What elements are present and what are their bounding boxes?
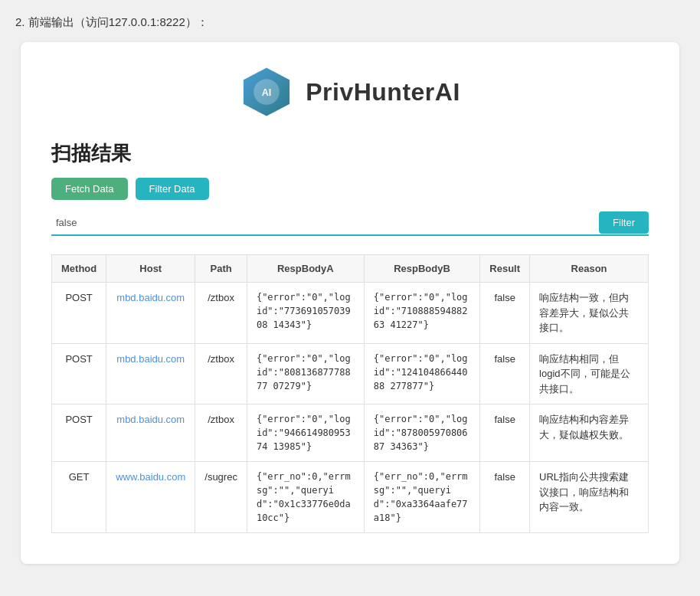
cell-result: false [480,283,530,344]
cell-result: false [480,404,530,462]
section-title: 扫描结果 [51,140,649,167]
col-method: Method [52,255,106,283]
main-card: AI PrivHunterAI 扫描结果 Fetch Data Filter D… [21,42,679,564]
col-respbodya: RespBodyA [247,255,364,283]
table-row: POST mbd.baidu.com /ztbox {"error":"0","… [52,283,649,344]
host-link: www.baidu.com [116,471,185,483]
cell-respbodyb: {"err_no":0,"errmsg":"","queryid":"0xa33… [364,462,480,533]
logo-area: AI PrivHunterAI [51,65,649,119]
filter-input[interactable] [51,211,599,234]
filter-data-button[interactable]: Filter Data [136,178,209,200]
host-link: mbd.baidu.com [116,414,185,425]
cell-result: false [480,462,530,533]
table-row: POST mbd.baidu.com /ztbox {"error":"0","… [52,343,649,404]
col-path: Path [195,255,247,283]
cell-method: POST [52,283,106,344]
cell-respbodyb: {"error":"0","logid":"71088859488263 412… [364,283,480,344]
cell-respbodyb: {"error":"0","logid":"12410486644088 277… [364,343,480,404]
page-label: 2. 前端输出（访问127.0.0.1:8222）： [15,15,685,30]
filter-row: Filter [51,211,649,236]
filter-button[interactable]: Filter [599,211,649,234]
cell-reason: 响应结构相同，但logid不同，可能是公共接口。 [530,343,649,404]
cell-path: /ztbox [195,283,247,344]
results-table-wrap: Method Host Path RespBodyA RespBodyB Res… [51,254,649,533]
button-row: Fetch Data Filter Data [51,178,649,200]
cell-respbodya: {"error":"0","logid":"94661498095374 139… [247,404,364,462]
host-link: mbd.baidu.com [116,292,185,303]
cell-path: /sugrec [195,462,247,533]
col-result: Result [480,255,530,283]
table-body: POST mbd.baidu.com /ztbox {"error":"0","… [52,283,649,533]
cell-reason: 响应结构一致，但内容差异大，疑似公共接口。 [530,283,649,344]
cell-method: GET [52,462,106,533]
cell-respbodya: {"err_no":0,"errmsg":"","queryid":"0x1c3… [247,462,364,533]
cell-host[interactable]: mbd.baidu.com [106,343,195,404]
cell-host[interactable]: www.baidu.com [106,462,195,533]
cell-respbodya: {"error":"0","logid":"80813687778877 072… [247,343,364,404]
cell-host[interactable]: mbd.baidu.com [106,404,195,462]
cell-reason: URL指向公共搜索建议接口，响应结构和内容一致。 [530,462,649,533]
cell-host[interactable]: mbd.baidu.com [106,283,195,344]
cell-method: POST [52,404,106,462]
logo-title: PrivHunterAI [306,78,460,106]
table-row: POST mbd.baidu.com /ztbox {"error":"0","… [52,404,649,462]
fetch-data-button[interactable]: Fetch Data [51,178,128,200]
col-host: Host [106,255,195,283]
host-link: mbd.baidu.com [116,353,185,365]
svg-text:AI: AI [262,87,272,98]
cell-path: /ztbox [195,343,247,404]
table-header: Method Host Path RespBodyA RespBodyB Res… [52,255,649,283]
col-respbodyb: RespBodyB [364,255,480,283]
table-row: GET www.baidu.com /sugrec {"err_no":0,"e… [52,462,649,533]
cell-reason: 响应结构和内容差异大，疑似越权失败。 [530,404,649,462]
cell-path: /ztbox [195,404,247,462]
col-reason: Reason [530,255,649,283]
logo-icon: AI [240,65,293,119]
cell-method: POST [52,343,106,404]
cell-respbodya: {"error":"0","logid":"77369105703908 143… [247,283,364,344]
cell-result: false [480,343,530,404]
cell-respbodyb: {"error":"0","logid":"87800597080687 343… [364,404,480,462]
results-table: Method Host Path RespBodyA RespBodyB Res… [51,254,649,533]
